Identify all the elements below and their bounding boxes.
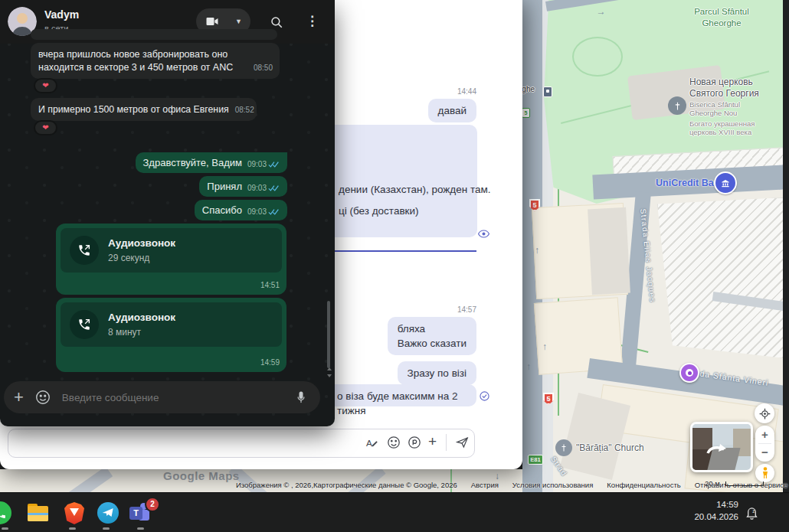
svg-text:A: A xyxy=(366,438,372,448)
sticker-icon[interactable] xyxy=(408,436,421,449)
google-maps-map[interactable]: Parcul Sfântul Gheorghe ↑ Новая церковь … xyxy=(522,0,783,492)
map-scale-bar xyxy=(725,481,764,486)
seen-eye-icon xyxy=(478,230,489,238)
delivered-check-icon xyxy=(480,391,489,401)
my-location-button[interactable] xyxy=(755,403,774,423)
running-indicator xyxy=(2,527,8,530)
clock-time: 14:59 xyxy=(673,498,738,511)
search-icon[interactable] xyxy=(270,15,283,29)
message-timestamp: 14:57 xyxy=(457,305,476,314)
video-camera-icon xyxy=(205,14,220,29)
sticker-icon[interactable] xyxy=(34,389,51,406)
one-way-arrow-icon: ↑ xyxy=(542,341,547,352)
attribution-privacy-link[interactable]: Конфиденциальность xyxy=(607,481,680,489)
church2-poi-icon[interactable] xyxy=(555,439,572,456)
telegram-plane-icon xyxy=(102,508,114,518)
street-label-fragment: rghe xyxy=(522,85,535,93)
incoming-message: вчера пришлось новое забронировать оно н… xyxy=(31,43,280,79)
street-view-arrow-icon xyxy=(703,441,731,458)
church-poi-label[interactable]: Новая церковь Святого Георгия Biserica S… xyxy=(689,77,759,136)
bank-poi-icon[interactable] xyxy=(714,171,737,194)
notification-bell-icon[interactable]: z xyxy=(745,505,759,520)
zoom-out-button[interactable]: − xyxy=(755,444,774,461)
taskbar-brave-icon[interactable] xyxy=(64,502,84,524)
message-text-fragment: дении (Казахстан), рожден там. ці (без д… xyxy=(339,181,491,219)
running-indicator xyxy=(103,527,110,530)
teams-notification-badge: 2 xyxy=(145,497,160,512)
google-maps-watermark: Google Maps xyxy=(163,469,240,482)
running-indicator xyxy=(137,527,144,530)
my-location-icon xyxy=(759,408,771,419)
running-indicator xyxy=(69,527,76,530)
taskbar-whatsapp-icon[interactable] xyxy=(0,501,11,524)
incoming-message-clipped xyxy=(31,29,277,40)
microphone-icon[interactable] xyxy=(293,390,309,405)
call-title: Аудиозвонок xyxy=(108,312,175,323)
one-way-arrow-icon: ↑ xyxy=(535,245,539,256)
read-receipt-icon xyxy=(268,161,280,168)
message-time: 09:03 xyxy=(247,207,280,216)
one-way-arrow-icon: ↑ xyxy=(526,361,531,372)
scroll-down-arrow[interactable] xyxy=(327,374,332,377)
message-input[interactable] xyxy=(61,391,293,404)
poi-pin-purple[interactable] xyxy=(679,363,699,383)
scrollbar-thumb[interactable] xyxy=(327,301,330,368)
outgoing-message: Здравствуйте, Вадим 09:03 xyxy=(136,152,287,173)
emoji-icon[interactable] xyxy=(387,436,401,449)
outgoing-message: Спасибо 09:03 xyxy=(195,200,287,220)
attribution-copyright: Изображения © , 2026,Картографические да… xyxy=(236,481,457,489)
map-building xyxy=(588,207,630,295)
attach-plus-icon[interactable]: + xyxy=(428,433,437,450)
message-time: 08:50 xyxy=(254,61,273,74)
send-button-icon[interactable] xyxy=(455,436,470,449)
call-duration: 29 секунд xyxy=(108,253,175,263)
cross-icon xyxy=(673,101,683,111)
composer-divider xyxy=(446,434,447,451)
whatsapp-chat-window: Vadym в сети ▼ ⋮ вчера пришлось новое за… xyxy=(0,0,335,426)
road-shield-e81: E81 xyxy=(528,455,543,465)
tram-stop-icon[interactable]: 5 xyxy=(522,108,530,118)
chevron-down-icon[interactable]: ▼ xyxy=(235,18,242,25)
taskbar-clock[interactable]: 14:59 20.04.2026 xyxy=(673,498,738,523)
outgoing-message: бляха Важко сказати xyxy=(388,317,476,355)
outgoing-call-icon xyxy=(77,318,91,331)
attach-plus-icon[interactable]: + xyxy=(14,387,24,407)
audio-call-card[interactable]: Аудиозвонок 29 секунд 14:51 xyxy=(56,224,286,295)
desktop: Parcul Sfântul Gheorghe ↑ Новая церковь … xyxy=(0,0,789,532)
read-receipt-icon xyxy=(268,184,280,192)
taskbar-file-explorer-icon[interactable] xyxy=(28,504,48,522)
one-way-arrow-icon: ↑ xyxy=(596,11,607,15)
incoming-message: И примерно 1500 метров от офиса Евгения … xyxy=(31,98,257,121)
contact-name: Vadym xyxy=(44,8,79,21)
street-view-thumbnail[interactable] xyxy=(690,422,753,472)
zoom-in-button[interactable]: + xyxy=(755,426,774,443)
message-time: 08:52 xyxy=(235,103,254,116)
outgoing-call-icon xyxy=(77,243,91,257)
viber-message-input[interactable] xyxy=(8,429,475,458)
audio-call-card[interactable]: Аудиозвонок 8 минут 14:59 xyxy=(56,298,286,372)
outgoing-message: давай xyxy=(428,99,476,122)
map-park-label[interactable]: Parcul Sfântul Gheorghe xyxy=(676,6,768,29)
bus-stop-icon[interactable] xyxy=(543,86,552,97)
menu-kebab-icon[interactable]: ⋮ xyxy=(306,13,319,30)
message-time: 09:03 xyxy=(247,160,280,168)
composer-bar: + xyxy=(4,381,320,413)
taskbar: T 2 14:59 20.04.2026 z xyxy=(0,492,789,532)
zoom-controls: + − xyxy=(755,426,774,462)
attribution-terms-link[interactable]: Условия использования xyxy=(512,481,593,489)
scroll-up-arrow[interactable] xyxy=(327,367,332,370)
map-construction-area xyxy=(657,197,783,358)
pegman-button[interactable] xyxy=(755,464,774,482)
reaction-heart[interactable]: ❤ xyxy=(34,78,57,93)
cross-icon xyxy=(559,443,568,452)
text-format-icon[interactable]: A xyxy=(365,436,379,449)
call-title: Аудиозвонок xyxy=(108,237,175,249)
attribution-region: Австрия xyxy=(471,481,499,489)
whatsapp-phone-icon xyxy=(0,507,7,520)
pegman-icon xyxy=(761,467,769,479)
reaction-heart[interactable]: ❤ xyxy=(34,120,57,135)
taskbar-telegram-icon[interactable] xyxy=(97,502,119,524)
one-way-arrow-icon: ↓ xyxy=(495,471,499,481)
church-poi-icon[interactable] xyxy=(668,96,686,115)
church2-poi-label[interactable]: "Bărăția" Church xyxy=(576,442,644,453)
